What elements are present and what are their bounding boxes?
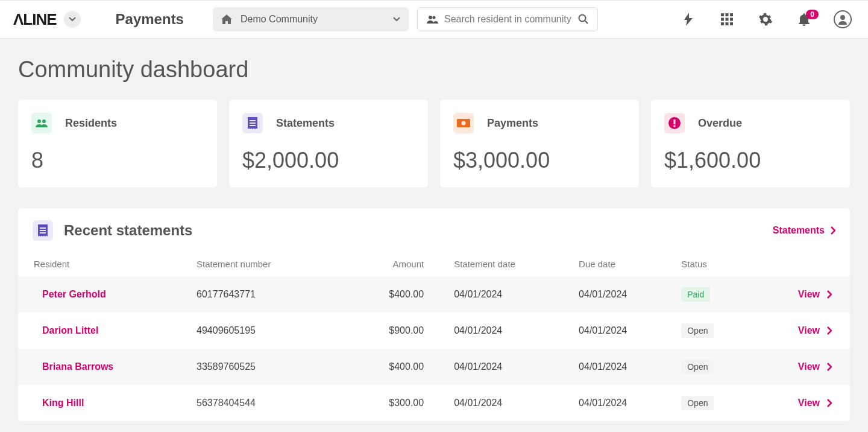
view-button[interactable]: View bbox=[798, 361, 832, 372]
svg-rect-8 bbox=[726, 18, 729, 21]
payments-icon bbox=[453, 113, 474, 133]
statement-date: 04/01/2024 bbox=[448, 349, 573, 385]
svg-rect-11 bbox=[726, 22, 729, 25]
summary-card-statements[interactable]: Statements$2,000.00 bbox=[229, 100, 428, 188]
table-row: Darion Littel49409605195$900.0004/01/202… bbox=[18, 313, 850, 349]
resident-link[interactable]: Darion Littel bbox=[42, 325, 98, 335]
page-title: Community dashboard bbox=[18, 57, 850, 83]
topbar: ΛLINE Payments Demo Community 0 bbox=[0, 0, 868, 39]
svg-point-13 bbox=[840, 15, 845, 20]
svg-rect-9 bbox=[730, 18, 733, 21]
view-button[interactable]: View bbox=[798, 398, 832, 408]
statement-number: 49409605195 bbox=[190, 313, 338, 349]
brand-logo: ΛLINE bbox=[13, 10, 57, 29]
card-value: $2,000.00 bbox=[242, 148, 415, 173]
chevron-right-icon bbox=[827, 399, 832, 407]
svg-line-3 bbox=[585, 21, 588, 24]
overdue-icon bbox=[664, 113, 685, 133]
svg-point-2 bbox=[579, 15, 585, 22]
status-badge: Open bbox=[681, 360, 714, 374]
svg-rect-19 bbox=[674, 119, 676, 124]
status-badge: Open bbox=[681, 323, 714, 338]
recent-statements-panel: Recent statements Statements ResidentSta… bbox=[18, 208, 850, 421]
card-label: Payments bbox=[487, 117, 538, 130]
column-header: Status bbox=[675, 252, 751, 276]
resident-link[interactable]: Briana Barrows bbox=[42, 361, 113, 372]
users-icon bbox=[426, 15, 438, 24]
search-icon[interactable] bbox=[578, 14, 589, 25]
settings-button[interactable] bbox=[753, 7, 778, 31]
community-selector[interactable]: Demo Community bbox=[213, 7, 409, 31]
search-container bbox=[417, 7, 598, 31]
card-value: $3,000.00 bbox=[453, 148, 626, 173]
statements-link[interactable]: Statements bbox=[773, 225, 835, 236]
svg-rect-7 bbox=[721, 18, 724, 21]
statement-date: 04/01/2024 bbox=[448, 385, 573, 421]
chevron-down-icon bbox=[69, 17, 76, 22]
notification-badge: 0 bbox=[806, 10, 819, 19]
card-label: Overdue bbox=[698, 117, 742, 130]
table-row: Peter Gerhold60177643771$400.0004/01/202… bbox=[18, 276, 850, 313]
resident-link[interactable]: King Hilll bbox=[42, 398, 84, 408]
statement-number: 33589760525 bbox=[190, 349, 338, 385]
table-row: King Hilll56378404544$300.0004/01/202404… bbox=[18, 385, 850, 421]
due-date: 04/01/2024 bbox=[573, 385, 675, 421]
status-badge: Open bbox=[681, 396, 714, 410]
notifications-button[interactable]: 0 bbox=[792, 7, 816, 31]
summary-cards: Residents8Statements$2,000.00Payments$3,… bbox=[18, 100, 850, 188]
gear-icon bbox=[759, 13, 772, 26]
main-content: Community dashboard Residents8Statements… bbox=[0, 39, 868, 432]
statement-date: 04/01/2024 bbox=[448, 276, 573, 313]
brand-menu-toggle[interactable] bbox=[64, 11, 81, 28]
svg-point-0 bbox=[429, 16, 432, 19]
avatar-icon bbox=[834, 10, 852, 28]
card-label: Residents bbox=[65, 117, 117, 130]
community-label: Demo Community bbox=[241, 14, 385, 25]
svg-rect-5 bbox=[726, 13, 729, 16]
chevron-down-icon bbox=[393, 17, 400, 22]
view-button[interactable]: View bbox=[798, 289, 832, 300]
column-header bbox=[751, 252, 850, 276]
amount: $400.00 bbox=[338, 349, 448, 385]
column-header: Statement number bbox=[190, 252, 338, 276]
svg-rect-12 bbox=[730, 22, 733, 25]
svg-point-14 bbox=[37, 119, 41, 123]
topbar-actions: 0 bbox=[676, 7, 855, 31]
column-header: Amount bbox=[338, 252, 448, 276]
view-button[interactable]: View bbox=[798, 325, 832, 336]
svg-rect-10 bbox=[721, 22, 724, 25]
statement-number: 56378404544 bbox=[190, 385, 338, 421]
svg-rect-20 bbox=[674, 125, 676, 127]
card-value: 8 bbox=[31, 148, 204, 173]
apps-button[interactable] bbox=[715, 7, 739, 31]
svg-point-1 bbox=[432, 16, 435, 19]
residents-icon bbox=[31, 113, 52, 133]
statement-number: 60177643771 bbox=[190, 276, 338, 313]
table-row: Briana Barrows33589760525$400.0004/01/20… bbox=[18, 349, 850, 385]
grid-icon bbox=[721, 13, 733, 25]
summary-card-payments[interactable]: Payments$3,000.00 bbox=[440, 100, 639, 188]
svg-point-15 bbox=[42, 119, 46, 123]
summary-card-overdue[interactable]: Overdue$1,600.00 bbox=[651, 100, 850, 188]
card-value: $1,600.00 bbox=[664, 148, 837, 173]
amount: $400.00 bbox=[338, 276, 448, 313]
column-header: Statement date bbox=[448, 252, 573, 276]
panel-title: Recent statements bbox=[64, 222, 192, 239]
search-input[interactable] bbox=[444, 14, 572, 25]
column-header: Resident bbox=[18, 252, 190, 276]
user-menu[interactable] bbox=[831, 7, 855, 31]
chevron-right-icon bbox=[831, 226, 835, 235]
amount: $300.00 bbox=[338, 385, 448, 421]
chevron-right-icon bbox=[827, 290, 832, 299]
summary-card-residents[interactable]: Residents8 bbox=[18, 100, 217, 188]
resident-link[interactable]: Peter Gerhold bbox=[42, 289, 106, 299]
due-date: 04/01/2024 bbox=[573, 313, 675, 349]
receipt-icon bbox=[33, 220, 53, 241]
statements-table: ResidentStatement numberAmountStatement … bbox=[18, 252, 850, 421]
actions-button[interactable] bbox=[676, 7, 700, 31]
card-label: Statements bbox=[276, 117, 335, 130]
svg-rect-6 bbox=[730, 13, 733, 16]
home-icon bbox=[221, 14, 232, 24]
chevron-right-icon bbox=[827, 363, 832, 371]
svg-point-17 bbox=[462, 121, 466, 125]
